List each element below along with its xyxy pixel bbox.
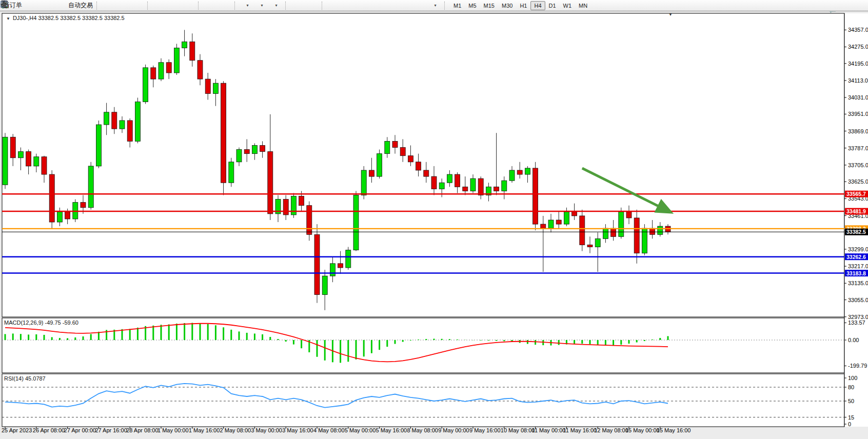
timeframe-m30[interactable]: M30 (498, 1, 516, 10)
candle[interactable] (260, 145, 265, 151)
timeframe-h4[interactable]: H4 (530, 1, 545, 10)
candle[interactable] (541, 224, 546, 228)
candle[interactable] (283, 199, 288, 215)
candle[interactable] (229, 162, 234, 183)
candle[interactable] (346, 250, 351, 268)
candle[interactable] (104, 112, 109, 125)
timeframe-mn[interactable]: MN (575, 1, 591, 10)
autoscroll-button[interactable] (204, 0, 218, 11)
chart-canvas[interactable]: 34357.034275.034195.034113.034031.033951… (0, 0, 868, 439)
candle[interactable] (494, 187, 499, 191)
market-watch-button[interactable] (52, 0, 67, 11)
autotrading-button[interactable]: 自动交易 (67, 0, 94, 11)
chart-shift-button[interactable] (218, 0, 232, 11)
candle[interactable] (3, 137, 8, 185)
candle[interactable] (135, 102, 140, 142)
candle[interactable] (65, 212, 70, 219)
zoom-out-button[interactable] (167, 0, 182, 11)
candle[interactable] (174, 48, 179, 73)
candle[interactable] (34, 157, 39, 166)
macd-pane[interactable] (2, 318, 844, 373)
charts-button[interactable] (24, 0, 38, 11)
scroll-to-end-marker[interactable]: ▼ (668, 12, 673, 17)
candle[interactable] (236, 150, 242, 162)
candle[interactable] (517, 170, 522, 174)
bar-chart-button[interactable] (102, 0, 116, 11)
candle[interactable] (120, 121, 125, 129)
chart-title[interactable]: ▼DJ30-,H4 33382.5 33382.5 33382.5 33382.… (6, 15, 125, 21)
candle[interactable] (151, 68, 156, 79)
candle[interactable] (322, 276, 327, 294)
candle[interactable] (658, 226, 663, 234)
candle[interactable] (392, 141, 398, 147)
candle[interactable] (268, 152, 273, 214)
candle[interactable] (18, 152, 23, 158)
candle[interactable] (353, 195, 359, 250)
candle[interactable] (603, 228, 608, 238)
text-label-button[interactable]: T (413, 0, 428, 11)
periods-button[interactable]: ▾ (254, 0, 269, 11)
candle[interactable] (10, 137, 15, 157)
candle[interactable] (190, 42, 195, 60)
candlestick-button[interactable] (116, 0, 131, 11)
candle[interactable] (502, 181, 507, 191)
text-button[interactable]: A (399, 0, 413, 11)
timeframe-m15[interactable]: M15 (480, 1, 498, 10)
candle[interactable] (478, 178, 483, 195)
timeframe-m1[interactable]: M1 (450, 1, 465, 10)
candle[interactable] (564, 212, 569, 224)
candle[interactable] (533, 168, 538, 224)
timeframe-m5[interactable]: M5 (465, 1, 480, 10)
channel-button[interactable]: E (370, 0, 385, 11)
zoom-in-button[interactable] (153, 0, 167, 11)
arrows-button[interactable]: ▾ (428, 0, 442, 11)
candle[interactable] (587, 245, 593, 247)
timeframe-w1[interactable]: W1 (560, 1, 576, 10)
candle[interactable] (42, 157, 47, 174)
candle[interactable] (127, 121, 132, 141)
candle[interactable] (431, 176, 437, 189)
candle[interactable] (385, 141, 390, 153)
candle[interactable] (166, 63, 171, 73)
candle[interactable] (408, 156, 413, 162)
candle[interactable] (525, 168, 530, 174)
trendline-button[interactable] (356, 0, 370, 11)
candle[interactable] (57, 212, 62, 222)
vertical-line-button[interactable] (327, 0, 342, 11)
candle[interactable] (556, 220, 561, 224)
candle[interactable] (626, 212, 632, 218)
candle[interactable] (88, 166, 93, 208)
candle[interactable] (182, 42, 187, 48)
candle[interactable] (580, 216, 585, 245)
candle[interactable] (424, 170, 429, 176)
indicators-button[interactable]: ▾ (240, 0, 254, 11)
horizontal-line-button[interactable] (342, 0, 356, 11)
candle[interactable] (213, 83, 218, 93)
candle[interactable] (463, 187, 468, 191)
candle[interactable] (49, 174, 54, 222)
candle[interactable] (159, 63, 164, 79)
candle[interactable] (314, 234, 320, 294)
rsi-pane[interactable] (2, 374, 844, 427)
candle[interactable] (205, 79, 210, 93)
candle[interactable] (330, 264, 335, 276)
candle[interactable] (572, 212, 577, 216)
candle[interactable] (361, 170, 366, 195)
candle[interactable] (307, 206, 312, 235)
crosshair-button[interactable] (305, 0, 320, 11)
candle[interactable] (439, 183, 444, 189)
candle[interactable] (400, 148, 405, 156)
candle[interactable] (81, 203, 86, 208)
candle[interactable] (299, 196, 304, 206)
candle[interactable] (143, 68, 148, 102)
candle[interactable] (509, 170, 515, 181)
cursor-button[interactable] (291, 0, 305, 11)
candle[interactable] (96, 125, 101, 166)
candle[interactable] (377, 154, 382, 176)
candle[interactable] (416, 162, 421, 170)
main-chart-pane[interactable] (2, 13, 844, 317)
candle[interactable] (26, 152, 31, 166)
candle[interactable] (595, 238, 600, 247)
candle[interactable] (369, 170, 374, 176)
candle[interactable] (470, 178, 476, 191)
